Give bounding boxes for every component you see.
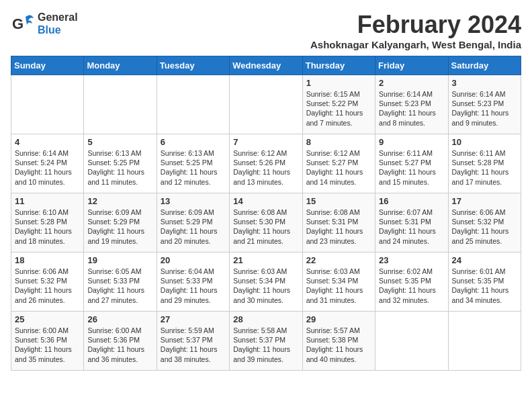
calendar-cell: 3Sunrise: 6:14 AM Sunset: 5:23 PM Daylig… [448,75,521,134]
calendar-cell: 22Sunrise: 6:03 AM Sunset: 5:34 PM Dayli… [302,253,375,312]
calendar-cell [11,75,84,134]
calendar-cell [157,75,229,134]
day-number: 3 [452,78,517,88]
calendar-cell [448,312,521,371]
day-number: 7 [233,137,298,147]
weekday-header-saturday: Saturday [448,56,521,75]
calendar-week-row: 1Sunrise: 6:15 AM Sunset: 5:22 PM Daylig… [11,75,521,134]
calendar-cell: 10Sunrise: 6:11 AM Sunset: 5:28 PM Dayli… [448,134,521,193]
day-info: Sunrise: 5:57 AM Sunset: 5:38 PM Dayligh… [306,326,371,364]
day-info: Sunrise: 6:14 AM Sunset: 5:24 PM Dayligh… [15,148,80,187]
calendar-week-row: 25Sunrise: 6:00 AM Sunset: 5:36 PM Dayli… [11,312,521,371]
weekday-header-monday: Monday [84,56,157,75]
calendar-cell: 29Sunrise: 5:57 AM Sunset: 5:38 PM Dayli… [302,312,375,371]
calendar-cell: 4Sunrise: 6:14 AM Sunset: 5:24 PM Daylig… [11,134,84,193]
calendar-cell: 14Sunrise: 6:08 AM Sunset: 5:30 PM Dayli… [230,193,302,253]
day-number: 14 [233,196,298,206]
day-number: 11 [15,196,80,206]
day-number: 28 [233,314,298,324]
day-number: 17 [452,196,517,206]
header: G General Blue February 2024 Ashoknagar … [11,11,521,50]
day-info: Sunrise: 6:11 AM Sunset: 5:28 PM Dayligh… [452,148,517,187]
day-info: Sunrise: 6:10 AM Sunset: 5:28 PM Dayligh… [15,208,80,246]
day-number: 25 [15,314,80,324]
day-number: 15 [306,196,371,206]
day-number: 8 [306,137,371,147]
calendar-table: SundayMondayTuesdayWednesdayThursdayFrid… [11,56,521,371]
month-year: February 2024 [310,11,521,39]
day-number: 12 [87,196,152,206]
calendar-cell: 21Sunrise: 6:03 AM Sunset: 5:34 PM Dayli… [230,253,302,312]
day-info: Sunrise: 6:14 AM Sunset: 5:23 PM Dayligh… [379,89,444,128]
day-info: Sunrise: 6:13 AM Sunset: 5:25 PM Dayligh… [87,148,152,187]
calendar-cell: 15Sunrise: 6:08 AM Sunset: 5:31 PM Dayli… [302,193,375,253]
location: Ashoknagar Kalyangarh, West Bengal, Indi… [310,39,521,50]
calendar-cell: 12Sunrise: 6:09 AM Sunset: 5:29 PM Dayli… [84,193,157,253]
svg-text:G: G [12,15,24,32]
weekday-header-wednesday: Wednesday [230,56,302,75]
day-info: Sunrise: 6:12 AM Sunset: 5:27 PM Dayligh… [306,148,371,187]
calendar-cell: 19Sunrise: 6:05 AM Sunset: 5:33 PM Dayli… [84,253,157,312]
logo-text: General Blue [38,11,78,36]
day-info: Sunrise: 6:04 AM Sunset: 5:33 PM Dayligh… [161,267,226,305]
calendar-cell: 23Sunrise: 6:02 AM Sunset: 5:35 PM Dayli… [375,253,448,312]
calendar-cell: 20Sunrise: 6:04 AM Sunset: 5:33 PM Dayli… [157,253,229,312]
day-number: 23 [379,255,444,265]
day-number: 10 [452,137,517,147]
calendar-cell: 5Sunrise: 6:13 AM Sunset: 5:25 PM Daylig… [84,134,157,193]
calendar-cell: 18Sunrise: 6:06 AM Sunset: 5:32 PM Dayli… [11,253,84,312]
day-number: 21 [233,255,298,265]
calendar-cell: 28Sunrise: 5:58 AM Sunset: 5:37 PM Dayli… [230,312,302,371]
day-info: Sunrise: 6:13 AM Sunset: 5:25 PM Dayligh… [161,148,226,187]
day-number: 2 [379,78,444,88]
calendar-cell: 8Sunrise: 6:12 AM Sunset: 5:27 PM Daylig… [302,134,375,193]
calendar-week-row: 11Sunrise: 6:10 AM Sunset: 5:28 PM Dayli… [11,193,521,253]
calendar-week-row: 4Sunrise: 6:14 AM Sunset: 5:24 PM Daylig… [11,134,521,193]
day-number: 9 [379,137,444,147]
day-info: Sunrise: 6:02 AM Sunset: 5:35 PM Dayligh… [379,267,444,305]
calendar-cell [230,75,302,134]
calendar-cell: 16Sunrise: 6:07 AM Sunset: 5:31 PM Dayli… [375,193,448,253]
calendar-cell: 17Sunrise: 6:06 AM Sunset: 5:32 PM Dayli… [448,193,521,253]
page-container: G General Blue February 2024 Ashoknagar … [11,11,521,371]
calendar-cell: 9Sunrise: 6:11 AM Sunset: 5:27 PM Daylig… [375,134,448,193]
day-number: 19 [87,255,152,265]
weekday-header-thursday: Thursday [302,56,375,75]
calendar-cell [84,75,157,134]
day-info: Sunrise: 6:08 AM Sunset: 5:30 PM Dayligh… [233,208,298,246]
calendar-cell: 27Sunrise: 5:59 AM Sunset: 5:37 PM Dayli… [157,312,229,371]
logo-icon: G [11,11,35,36]
day-info: Sunrise: 6:14 AM Sunset: 5:23 PM Dayligh… [452,89,517,128]
day-number: 29 [306,314,371,324]
weekday-header-sunday: Sunday [11,56,84,75]
calendar-week-row: 18Sunrise: 6:06 AM Sunset: 5:32 PM Dayli… [11,253,521,312]
logo: G General Blue [11,11,78,36]
weekday-header-row: SundayMondayTuesdayWednesdayThursdayFrid… [11,56,521,75]
day-info: Sunrise: 6:06 AM Sunset: 5:32 PM Dayligh… [452,208,517,246]
calendar-cell [375,312,448,371]
day-info: Sunrise: 6:09 AM Sunset: 5:29 PM Dayligh… [87,208,152,246]
weekday-header-friday: Friday [375,56,448,75]
day-number: 1 [306,78,371,88]
day-info: Sunrise: 6:01 AM Sunset: 5:35 PM Dayligh… [452,267,517,305]
day-info: Sunrise: 6:07 AM Sunset: 5:31 PM Dayligh… [379,208,444,246]
weekday-header-tuesday: Tuesday [157,56,229,75]
calendar-cell: 24Sunrise: 6:01 AM Sunset: 5:35 PM Dayli… [448,253,521,312]
day-info: Sunrise: 6:03 AM Sunset: 5:34 PM Dayligh… [233,267,298,305]
day-info: Sunrise: 6:11 AM Sunset: 5:27 PM Dayligh… [379,148,444,187]
day-info: Sunrise: 6:03 AM Sunset: 5:34 PM Dayligh… [306,267,371,305]
day-info: Sunrise: 6:15 AM Sunset: 5:22 PM Dayligh… [306,89,371,128]
day-info: Sunrise: 5:59 AM Sunset: 5:37 PM Dayligh… [161,326,226,364]
calendar-cell: 25Sunrise: 6:00 AM Sunset: 5:36 PM Dayli… [11,312,84,371]
day-info: Sunrise: 6:00 AM Sunset: 5:36 PM Dayligh… [87,326,152,364]
calendar-cell: 11Sunrise: 6:10 AM Sunset: 5:28 PM Dayli… [11,193,84,253]
day-info: Sunrise: 6:06 AM Sunset: 5:32 PM Dayligh… [15,267,80,305]
day-number: 13 [161,196,226,206]
calendar-cell: 13Sunrise: 6:09 AM Sunset: 5:29 PM Dayli… [157,193,229,253]
day-number: 26 [87,314,152,324]
day-info: Sunrise: 6:08 AM Sunset: 5:31 PM Dayligh… [306,208,371,246]
calendar-cell: 7Sunrise: 6:12 AM Sunset: 5:26 PM Daylig… [230,134,302,193]
calendar-cell: 1Sunrise: 6:15 AM Sunset: 5:22 PM Daylig… [302,75,375,134]
day-number: 20 [161,255,226,265]
day-number: 18 [15,255,80,265]
